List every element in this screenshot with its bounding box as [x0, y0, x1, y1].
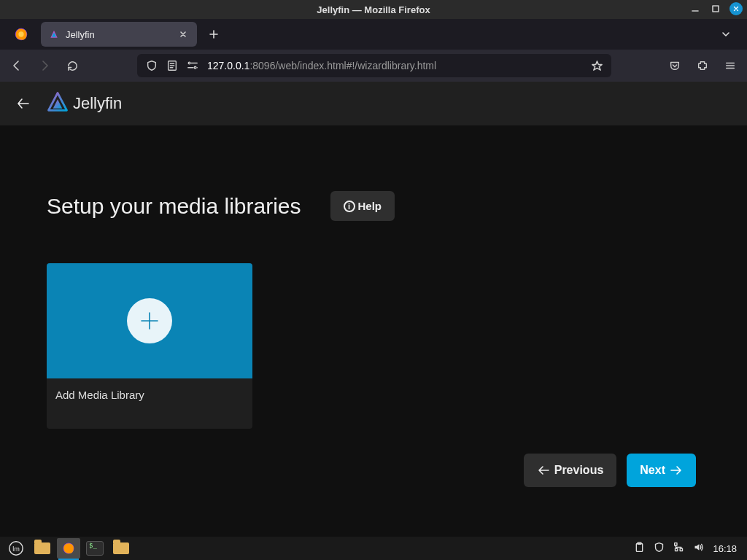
taskbar-firefox-running[interactable]: [57, 538, 80, 559]
tray-clock[interactable]: 16:18: [713, 543, 737, 554]
tray-clipboard-icon[interactable]: [634, 542, 645, 556]
tab-close-button[interactable]: [177, 28, 190, 41]
browser-nav-bar: 127.0.0.1:8096/web/index.html#!/wizardli…: [0, 50, 747, 82]
browser-tab-bar: Jellyfin: [0, 19, 747, 50]
tray-shield-icon[interactable]: [654, 542, 665, 556]
help-button[interactable]: i Help: [330, 191, 395, 221]
previous-button-label: Previous: [554, 464, 604, 477]
wizard-nav: Previous Next: [0, 454, 747, 487]
window-title: Jellyfin — Mozilla Firefox: [317, 4, 430, 15]
add-card-label: Add Media Library: [47, 378, 252, 429]
tray-network-icon[interactable]: [673, 542, 684, 556]
url-host: 127.0.0.1: [207, 60, 249, 71]
tray-volume-icon[interactable]: [693, 542, 704, 556]
browser-tab-title: Jellyfin: [66, 29, 177, 40]
window-close-button[interactable]: [729, 2, 743, 15]
info-icon: i: [344, 201, 355, 212]
wizard-page: Setup your media libraries i Help Add Me…: [0, 125, 747, 429]
window-minimize-button[interactable]: [689, 2, 702, 15]
next-button-label: Next: [640, 464, 665, 477]
taskbar-terminal-pinned[interactable]: [83, 538, 107, 559]
help-button-label: Help: [358, 200, 382, 212]
app-menu-button[interactable]: [718, 53, 743, 78]
add-media-library-card[interactable]: Add Media Library: [47, 263, 252, 429]
jellyfin-logo-icon: [47, 91, 69, 116]
firefox-logo-icon: [10, 23, 32, 45]
pocket-icon[interactable]: [662, 53, 687, 78]
nav-forward-button[interactable]: [32, 53, 57, 78]
svg-rect-9: [637, 543, 643, 551]
app-brand-name: Jellyfin: [73, 94, 122, 113]
window-maximize-button[interactable]: [709, 2, 722, 15]
url-bar[interactable]: 127.0.0.1:8096/web/index.html#!/wizardli…: [137, 54, 611, 77]
page-info-icon[interactable]: [163, 57, 181, 74]
url-text: 127.0.0.1:8096/web/index.html#!/wizardli…: [207, 60, 587, 71]
os-taskbar: lm 16:18: [0, 537, 747, 560]
plus-circle-icon: [127, 298, 172, 343]
url-path: :8096/web/index.html#!/wizardlibrary.htm…: [249, 60, 436, 71]
jellyfin-favicon-icon: [48, 28, 60, 40]
browser-tab[interactable]: Jellyfin: [41, 22, 197, 47]
app-header: Jellyfin: [0, 82, 747, 125]
svg-point-4: [188, 62, 190, 64]
svg-point-2: [18, 31, 23, 36]
all-tabs-button[interactable]: [715, 23, 737, 45]
extensions-icon[interactable]: [690, 53, 715, 78]
bookmark-star-icon[interactable]: [588, 57, 605, 74]
add-card-hero: [47, 263, 252, 378]
nav-reload-button[interactable]: [60, 53, 85, 78]
start-menu-button[interactable]: lm: [4, 538, 28, 559]
taskbar-files-pinned[interactable]: [31, 538, 54, 559]
system-tray: 16:18: [634, 542, 743, 556]
next-button[interactable]: Next: [627, 454, 696, 487]
previous-button[interactable]: Previous: [524, 454, 617, 487]
nav-back-button[interactable]: [4, 53, 29, 78]
svg-point-5: [194, 66, 196, 69]
shield-icon[interactable]: [143, 57, 160, 74]
app-brand: Jellyfin: [47, 91, 122, 116]
permissions-icon[interactable]: [184, 57, 201, 74]
app-back-button[interactable]: [12, 92, 35, 115]
new-tab-button[interactable]: [203, 23, 225, 45]
svg-text:lm: lm: [12, 545, 20, 553]
svg-rect-0: [713, 6, 719, 12]
taskbar-files-2[interactable]: [109, 538, 133, 559]
window-titlebar: Jellyfin — Mozilla Firefox: [0, 0, 747, 19]
page-title: Setup your media libraries: [47, 194, 301, 219]
